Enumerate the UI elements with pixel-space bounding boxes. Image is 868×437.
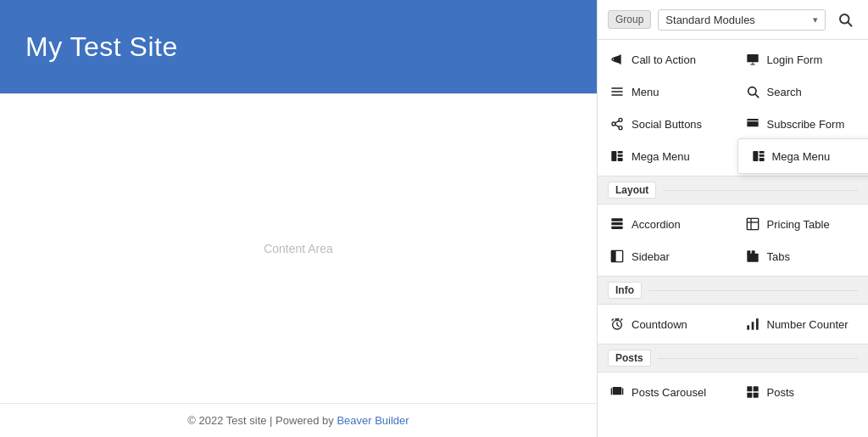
module-panel: Group Standard Modules ▾ Call to Action … [597, 0, 868, 437]
svg-rect-39 [747, 386, 752, 391]
module-tabs-label: Tabs [767, 250, 790, 263]
chevron-down-icon: ▾ [813, 14, 818, 25]
module-login-form[interactable]: Login Form [733, 43, 869, 76]
tabs-icon [745, 249, 760, 264]
svg-rect-13 [747, 119, 758, 126]
svg-rect-24 [611, 222, 622, 225]
posts-modules-grid: Posts Carousel Posts [598, 373, 868, 412]
posts-icon [745, 384, 760, 400]
module-number-counter-label: Number Counter [767, 318, 849, 331]
module-login-form-label: Login Form [767, 53, 823, 66]
module-menu-label: Menu [632, 86, 659, 98]
mega-menu-popup-icon [752, 149, 765, 163]
svg-rect-30 [611, 250, 615, 261]
mega-menu-popup: Mega Menu [737, 138, 869, 174]
panel-header: Group Standard Modules ▾ [598, 0, 868, 40]
standard-modules-grid: Call to Action Login Form Menu Search [598, 40, 868, 176]
module-posts-carousel-label: Posts Carousel [632, 386, 706, 399]
module-pricing-table[interactable]: Pricing Table [733, 208, 869, 240]
svg-rect-2 [747, 54, 758, 62]
module-accordion[interactable]: Accordion [598, 208, 733, 240]
svg-rect-40 [753, 386, 758, 391]
svg-rect-25 [611, 227, 622, 229]
pricing-table-icon [745, 216, 760, 232]
mega-menu-popup-label: Mega Menu [772, 150, 831, 163]
layout-section-label: Layout [608, 182, 656, 199]
site-header: My Test Site [0, 0, 597, 93]
module-pricing-table-label: Pricing Table [767, 218, 830, 231]
module-posts-label: Posts [767, 386, 795, 399]
svg-rect-17 [618, 154, 623, 157]
countdown-icon [609, 317, 625, 332]
module-search-label: Search [767, 86, 802, 98]
layout-modules-grid: Accordion Pricing Table Sidebar Tabs [598, 204, 868, 276]
module-mega-menu[interactable]: Mega Menu Mega Menu [598, 140, 733, 172]
group-label: Group [608, 10, 651, 29]
module-posts-carousel[interactable]: Posts Carousel [598, 376, 733, 408]
info-section-header: Info [598, 276, 868, 305]
svg-rect-20 [759, 151, 764, 154]
site-content: Content Area [0, 93, 597, 403]
svg-rect-33 [751, 250, 754, 255]
search-module-icon [745, 84, 760, 99]
module-social-buttons-label: Social Buttons [632, 118, 702, 131]
svg-rect-23 [611, 218, 622, 221]
module-tabs[interactable]: Tabs [733, 240, 869, 272]
site-title: My Test Site [25, 31, 178, 63]
subscribe-form-icon [745, 116, 760, 132]
module-call-to-action[interactable]: Call to Action [598, 43, 733, 76]
group-select-text: Standard Modules [665, 14, 813, 26]
info-section-label: Info [608, 282, 642, 299]
module-subscribe-form-label: Subscribe Form [767, 118, 845, 131]
number-counter-icon [745, 317, 760, 332]
layout-section-line [663, 190, 858, 191]
module-number-counter[interactable]: Number Counter [733, 308, 869, 340]
posts-section-label: Posts [608, 350, 651, 367]
posts-carousel-icon [609, 384, 625, 400]
layout-section-header: Layout [598, 176, 868, 204]
accordion-icon [609, 216, 625, 232]
search-button[interactable] [832, 7, 858, 32]
module-sidebar[interactable]: Sidebar [598, 240, 733, 272]
module-call-to-action-label: Call to Action [632, 53, 696, 66]
svg-rect-18 [618, 158, 623, 161]
module-social-buttons[interactable]: Social Buttons [598, 108, 733, 140]
svg-line-1 [848, 22, 851, 25]
svg-rect-41 [747, 393, 752, 398]
module-subscribe-form[interactable]: Subscribe Form [733, 108, 869, 140]
site-footer: © 2022 Test site | Powered by Beaver Bui… [0, 403, 597, 437]
svg-rect-37 [756, 318, 759, 329]
sidebar-icon [609, 249, 625, 264]
group-select[interactable]: Standard Modules ▾ [658, 9, 826, 31]
site-preview: My Test Site Content Area © 2022 Test si… [0, 0, 597, 437]
svg-line-7 [755, 94, 759, 98]
info-modules-grid: Countdown Number Counter [598, 305, 868, 344]
svg-rect-22 [759, 158, 764, 161]
svg-rect-38 [613, 387, 622, 395]
module-countdown[interactable]: Countdown [598, 308, 733, 340]
svg-rect-35 [747, 325, 749, 329]
svg-rect-26 [747, 218, 758, 229]
svg-rect-31 [747, 254, 758, 262]
svg-rect-32 [747, 250, 750, 255]
login-form-icon [745, 52, 760, 67]
svg-rect-21 [759, 154, 764, 157]
module-sidebar-label: Sidebar [632, 250, 670, 263]
module-menu[interactable]: Menu [598, 76, 733, 108]
menu-icon [609, 84, 625, 99]
svg-rect-36 [751, 322, 754, 329]
module-posts[interactable]: Posts [733, 376, 869, 408]
svg-line-12 [615, 120, 620, 123]
module-search[interactable]: Search [733, 76, 869, 108]
footer-beaver-builder-link[interactable]: Beaver Builder [337, 414, 409, 427]
svg-line-11 [615, 125, 620, 127]
posts-section-line [658, 358, 858, 359]
svg-rect-15 [611, 151, 616, 161]
svg-rect-19 [753, 151, 758, 161]
footer-text: © 2022 Test site | Powered by [187, 414, 337, 427]
social-buttons-icon [609, 116, 625, 132]
module-accordion-label: Accordion [632, 218, 681, 231]
search-icon [837, 12, 853, 27]
svg-rect-42 [753, 393, 758, 398]
module-mega-menu-label: Mega Menu [632, 150, 690, 163]
